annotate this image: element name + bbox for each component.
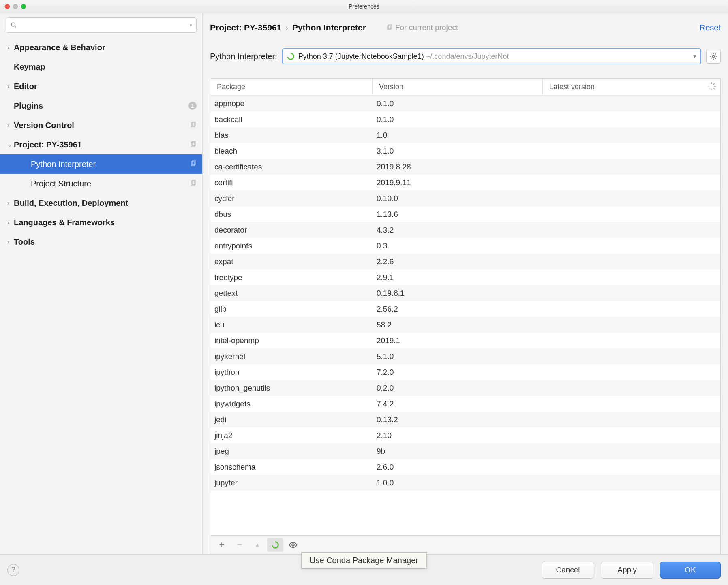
table-row[interactable]: appnope0.1.0 — [210, 96, 720, 111]
breadcrumb-item: Python Interpreter — [292, 23, 366, 32]
search-input[interactable]: ▾ — [6, 17, 197, 33]
table-row[interactable]: expat2.2.6 — [210, 254, 720, 269]
ok-button[interactable]: OK — [660, 562, 721, 579]
sidebar-item-project-structure[interactable]: Project Structure — [0, 174, 202, 193]
show-early-releases-button[interactable] — [285, 538, 301, 552]
table-row[interactable]: jedi0.13.2 — [210, 412, 720, 427]
cell-package: expat — [210, 257, 373, 266]
table-row[interactable]: blas1.0 — [210, 127, 720, 143]
column-package[interactable]: Package — [210, 79, 373, 95]
remove-package-button[interactable]: − — [231, 538, 248, 552]
search-chevron-icon[interactable]: ▾ — [190, 23, 192, 28]
table-row[interactable]: certifi2019.9.11 — [210, 175, 720, 190]
table-header: Package Version Latest version — [210, 79, 720, 96]
sidebar-item-keymap[interactable]: Keymap — [0, 57, 202, 77]
table-row[interactable]: jinja22.10 — [210, 427, 720, 443]
cell-version: 2019.9.11 — [373, 178, 543, 187]
table-row[interactable]: dbus1.13.6 — [210, 206, 720, 222]
interpreter-label: Python Interpreter: — [210, 52, 277, 61]
sidebar-item-label: Editor — [14, 82, 197, 91]
cell-version: 5.1.0 — [373, 352, 543, 361]
svg-point-22 — [272, 542, 278, 548]
sidebar-item-plugins[interactable]: Plugins1 — [0, 96, 202, 115]
cell-version: 0.19.8.1 — [373, 289, 543, 298]
svg-line-1 — [15, 26, 16, 28]
table-toolbar: + − ▲ — [210, 535, 720, 554]
badge: 1 — [188, 102, 197, 110]
cell-package: jsonschema — [210, 463, 373, 472]
chevron-down-icon: ▼ — [692, 53, 697, 59]
packages-table: Package Version Latest version — [210, 78, 721, 554]
sidebar-item-build-execution-deployment[interactable]: ›Build, Execution, Deployment — [0, 193, 202, 213]
cell-version: 2.56.2 — [373, 305, 543, 314]
table-row[interactable]: cycler0.10.0 — [210, 190, 720, 206]
chevron-icon: › — [7, 239, 14, 245]
cell-version: 1.13.6 — [373, 210, 543, 219]
add-package-button[interactable]: + — [214, 538, 230, 552]
table-row[interactable]: jupyter1.0.0 — [210, 475, 720, 491]
table-row[interactable]: gettext0.19.8.1 — [210, 285, 720, 301]
apply-button[interactable]: Apply — [601, 562, 653, 579]
sidebar-item-appearance-behavior[interactable]: ›Appearance & Behavior — [0, 38, 202, 57]
interpreter-value: Python 3.7 (JupyterNotebookSample1) ~/.c… — [298, 52, 509, 61]
breadcrumb-separator: › — [285, 23, 288, 32]
sidebar-item-languages-frameworks[interactable]: ›Languages & Frameworks — [0, 213, 202, 232]
cell-package: glib — [210, 305, 373, 314]
sidebar-item-label: Project: PY-35961 — [14, 140, 190, 149]
cell-package: dbus — [210, 210, 373, 219]
reset-link[interactable]: Reset — [700, 23, 721, 32]
search-field[interactable] — [21, 22, 186, 28]
chevron-icon: › — [7, 122, 14, 128]
chevron-icon: › — [7, 83, 14, 90]
sidebar-item-editor[interactable]: ›Editor — [0, 77, 202, 96]
table-row[interactable]: bleach3.1.0 — [210, 143, 720, 159]
sidebar-item-python-interpreter[interactable]: Python Interpreter — [0, 154, 202, 174]
svg-point-13 — [713, 56, 715, 58]
interpreter-dropdown[interactable]: Python 3.7 (JupyterNotebookSample1) ~/.c… — [282, 48, 701, 64]
table-row[interactable]: icu58.2 — [210, 317, 720, 333]
minus-icon: − — [237, 540, 242, 550]
svg-line-17 — [714, 88, 715, 89]
column-latest[interactable]: Latest version — [543, 79, 720, 95]
window-title: Preferences — [0, 3, 728, 10]
cell-version: 0.1.0 — [373, 115, 543, 124]
table-row[interactable]: ipykernel5.1.0 — [210, 348, 720, 364]
help-button[interactable]: ? — [7, 564, 19, 576]
table-row[interactable]: backcall0.1.0 — [210, 111, 720, 127]
table-row[interactable]: entrypoints0.3 — [210, 238, 720, 254]
cell-package: ca-certificates — [210, 162, 373, 171]
copy-icon — [190, 160, 197, 169]
cancel-button[interactable]: Cancel — [542, 562, 594, 579]
cell-package: gettext — [210, 289, 373, 298]
table-row[interactable]: jpeg9b — [210, 443, 720, 459]
cell-version: 2.6.0 — [373, 463, 543, 472]
cell-version: 2019.8.28 — [373, 162, 543, 171]
table-row[interactable]: jsonschema2.6.0 — [210, 459, 720, 475]
table-row[interactable]: decorator4.3.2 — [210, 222, 720, 238]
help-icon: ? — [11, 566, 15, 574]
table-row[interactable]: glib2.56.2 — [210, 301, 720, 317]
svg-point-0 — [11, 23, 15, 26]
chevron-icon: › — [7, 44, 14, 51]
breadcrumb-item[interactable]: Project: PY-35961 — [210, 23, 281, 32]
sidebar-item-tools[interactable]: ›Tools — [0, 232, 202, 252]
upgrade-package-button[interactable]: ▲ — [249, 538, 266, 552]
table-body: appnope0.1.0backcall0.1.0blas1.0bleach3.… — [210, 96, 720, 535]
sidebar-item-version-control[interactable]: ›Version Control — [0, 115, 202, 135]
sidebar-item-label: Languages & Frameworks — [14, 218, 197, 227]
table-row[interactable]: ca-certificates2019.8.28 — [210, 159, 720, 175]
sidebar-item-project-py-35961[interactable]: ⌄Project: PY-35961 — [0, 135, 202, 154]
table-row[interactable]: freetype2.9.1 — [210, 269, 720, 285]
table-row[interactable]: ipython7.2.0 — [210, 364, 720, 380]
conda-package-manager-button[interactable] — [267, 538, 283, 552]
table-row[interactable]: ipywidgets7.4.2 — [210, 396, 720, 412]
copy-icon — [190, 140, 197, 149]
cell-package: jupyter — [210, 478, 373, 487]
interpreter-settings-button[interactable] — [706, 49, 721, 64]
cell-package: entrypoints — [210, 241, 373, 250]
cell-package: ipython_genutils — [210, 384, 373, 393]
table-row[interactable]: ipython_genutils0.2.0 — [210, 380, 720, 396]
table-row[interactable]: intel-openmp2019.1 — [210, 333, 720, 348]
column-version[interactable]: Version — [373, 79, 543, 95]
cell-package: ipykernel — [210, 352, 373, 361]
